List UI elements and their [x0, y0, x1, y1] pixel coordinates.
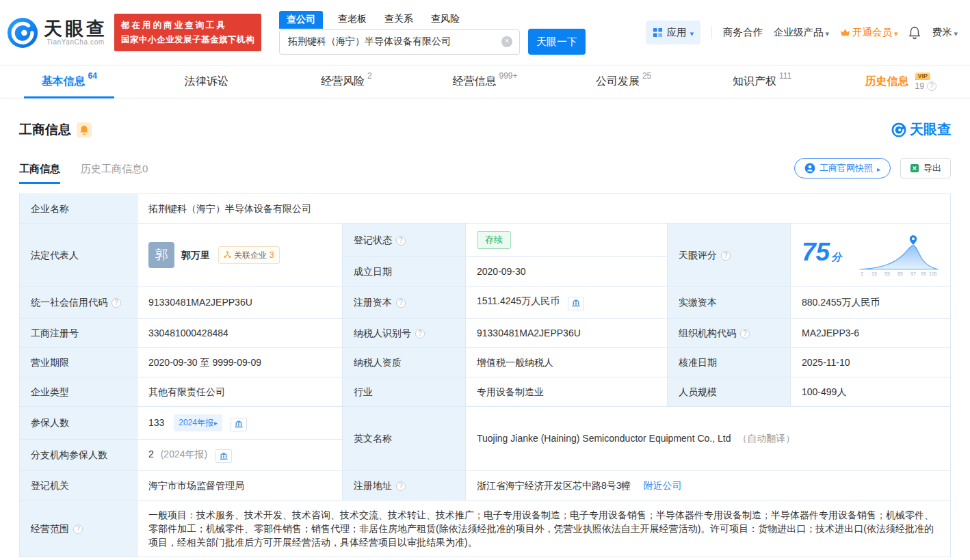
- official-snapshot-button[interactable]: 工商官网快照: [794, 158, 891, 178]
- annual-report-badge[interactable]: 2024年报: [174, 414, 222, 431]
- field-label-text: 企业名称: [31, 203, 69, 214]
- help-icon[interactable]: [415, 329, 425, 338]
- tab-basic-info[interactable]: 基本信息 64: [0, 66, 139, 98]
- username: 费米: [932, 26, 952, 39]
- tab-history-business-info[interactable]: 历史工商信息0: [81, 163, 148, 184]
- help-icon[interactable]: [73, 524, 83, 534]
- score-axis-tick: 99: [921, 271, 926, 276]
- field-value-text: 133: [148, 416, 164, 427]
- help-icon[interactable]: [396, 481, 406, 491]
- apps-label: 应用: [666, 26, 686, 39]
- annual-report-source-icon[interactable]: [231, 418, 247, 431]
- arrow-right-icon: [877, 163, 880, 174]
- logo-cn: 天眼查: [44, 19, 107, 38]
- business-cooperation-link[interactable]: 商务合作: [723, 26, 763, 39]
- apps-menu[interactable]: 应用: [646, 21, 700, 44]
- subscribe-bell-icon[interactable]: [77, 122, 92, 137]
- field-label-text: 实缴资本: [679, 297, 717, 308]
- field-value-insured-count: 133 2024年报: [137, 406, 343, 439]
- tab-count: 19: [915, 82, 924, 90]
- tab-intellectual-property[interactable]: 知识产权 111: [693, 66, 832, 98]
- main-content: 工商信息 天眼查 工商信息 历史工商信息0: [0, 120, 970, 560]
- table-row: 参保人数 133 2024年报 英文名称: [20, 406, 951, 439]
- field-value-establish-date: 2020-09-30: [466, 257, 668, 286]
- search-tab-risk[interactable]: 查风险: [431, 13, 460, 29]
- field-label-credit-code: 统一社会信用代码: [20, 286, 137, 319]
- field-label-approval-date: 核准日期: [668, 347, 791, 377]
- field-label-reg-address: 注册地址: [343, 471, 466, 501]
- field-value-org-code: MA2JEPP3-6: [791, 318, 951, 347]
- help-icon[interactable]: [396, 298, 406, 308]
- help-icon[interactable]: [927, 81, 936, 91]
- help-icon[interactable]: [740, 329, 750, 338]
- search-tab-company[interactable]: 查公司: [279, 11, 323, 29]
- tab-operation-info[interactable]: 经营信息 999+: [416, 66, 555, 98]
- field-label-english-name: 英文名称: [343, 406, 466, 471]
- field-label-text: 工商注册号: [31, 328, 79, 338]
- field-value-score: 75分: [791, 224, 951, 286]
- field-label-text: 核准日期: [679, 357, 717, 368]
- tab-business-info[interactable]: 工商信息: [19, 163, 60, 184]
- field-label-staff-size: 人员规模: [668, 377, 791, 406]
- table-row: 登记机关 海宁市市场监督管理局 注册地址 浙江省海宁经济开发区芯中路8号3幢 附…: [20, 471, 951, 501]
- vip-upgrade-link[interactable]: 开通会员: [840, 26, 898, 39]
- auto-translate-note: （自动翻译）: [737, 433, 795, 444]
- legal-rep-avatar[interactable]: 郭: [148, 242, 174, 268]
- tab-count: 999+: [499, 71, 518, 81]
- search-tab-relation[interactable]: 查关系: [384, 13, 413, 29]
- help-icon[interactable]: [721, 251, 731, 261]
- enterprise-products-link[interactable]: 企业级产品: [774, 26, 829, 39]
- vip-upgrade-label: 开通会员: [852, 26, 892, 39]
- field-value-staff-size: 100-499人: [791, 377, 951, 406]
- tab-label: 经营风险: [321, 75, 365, 89]
- search-area: 查公司 查老板 查关系 查风险 天眼一下: [279, 10, 586, 55]
- field-value-business-term: 2020-09-30 至 9999-09-09: [137, 347, 343, 377]
- annual-report-badge-label: 2024年报: [179, 416, 213, 429]
- help-icon[interactable]: [112, 298, 121, 308]
- notification-bell-icon[interactable]: [908, 26, 921, 40]
- search-button[interactable]: 天眼一下: [528, 29, 586, 55]
- tab-legal-litigation[interactable]: 法律诉讼: [139, 66, 278, 98]
- snapshot-button-label: 工商官网快照: [820, 162, 873, 174]
- user-menu[interactable]: 费米: [932, 26, 958, 39]
- tab-label: 公司发展: [596, 75, 640, 89]
- field-label-text: 企业类型: [31, 386, 69, 397]
- address-text: 浙江省海宁经济开发区芯中路8号3幢: [477, 480, 631, 491]
- annual-report-note: (2024年报): [161, 449, 207, 459]
- tab-operation-risk[interactable]: 经营风险 2: [277, 66, 416, 98]
- nearby-companies-link[interactable]: 附近公司: [643, 480, 681, 491]
- help-icon[interactable]: [396, 236, 406, 245]
- related-companies-icon: [224, 251, 231, 258]
- vip-badge: VIP: [915, 72, 931, 80]
- search-input[interactable]: [279, 29, 520, 55]
- clear-search-icon[interactable]: [501, 36, 512, 47]
- table-row: 统一社会信用代码 91330481MA2JEPP36U 注册资本 1511.42…: [20, 286, 951, 319]
- field-label-text: 营业期限: [31, 357, 69, 368]
- field-value-text: 1511.4245万人民币: [477, 295, 560, 306]
- tianyancha-logo[interactable]: 天眼查 TianYanCha.com: [7, 17, 107, 49]
- chevron-down-icon: [954, 27, 958, 38]
- field-label-text: 分支机构参保人数: [31, 449, 107, 460]
- annual-report-source-icon[interactable]: [215, 449, 232, 463]
- field-label-paid-capital: 实缴资本: [668, 286, 791, 319]
- table-row: 企业名称 拓荆键科（海宁）半导体设备有限公司: [20, 194, 951, 224]
- business-info-table: 企业名称 拓荆键科（海宁）半导体设备有限公司 法定代表人 郭 郭万里: [19, 194, 951, 557]
- tab-history-info[interactable]: 历史信息 VIP 19: [831, 66, 970, 98]
- search-row: 天眼一下: [279, 29, 586, 55]
- annual-report-source-icon[interactable]: [568, 297, 584, 310]
- field-label-legal-rep: 法定代表人: [20, 224, 137, 286]
- field-value-credit-code: 91330481MA2JEPP36U: [137, 286, 343, 319]
- tab-count: 25: [642, 71, 651, 81]
- field-label-text: 法定代表人: [31, 250, 79, 261]
- export-button[interactable]: 导出: [900, 158, 951, 178]
- field-label-text: 成立日期: [354, 266, 392, 277]
- related-companies-badge[interactable]: 关联企业 3: [218, 246, 280, 264]
- field-label-score: 天眼评分: [668, 224, 791, 286]
- tab-label: 历史信息: [865, 75, 909, 89]
- search-tab-boss[interactable]: 查老板: [338, 13, 367, 29]
- legal-rep-name-link[interactable]: 郭万里: [181, 248, 210, 262]
- logo-en: TianYanCha.com: [44, 38, 107, 46]
- tab-company-development[interactable]: 公司发展 25: [554, 66, 693, 98]
- field-value-legal-rep: 郭 郭万里 关联企业 3: [137, 224, 343, 286]
- field-label-text: 英文名称: [354, 433, 392, 444]
